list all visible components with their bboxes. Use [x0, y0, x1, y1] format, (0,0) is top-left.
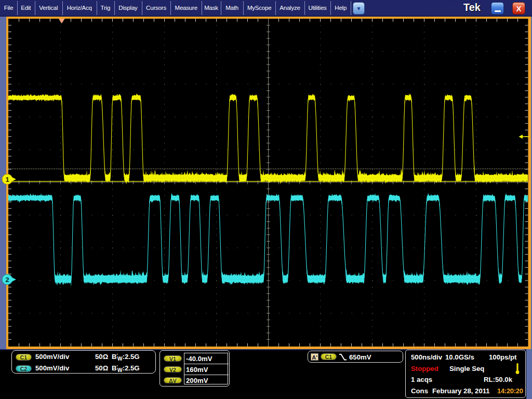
svg-text:2: 2: [5, 276, 9, 284]
svg-text:1: 1: [5, 176, 9, 183]
